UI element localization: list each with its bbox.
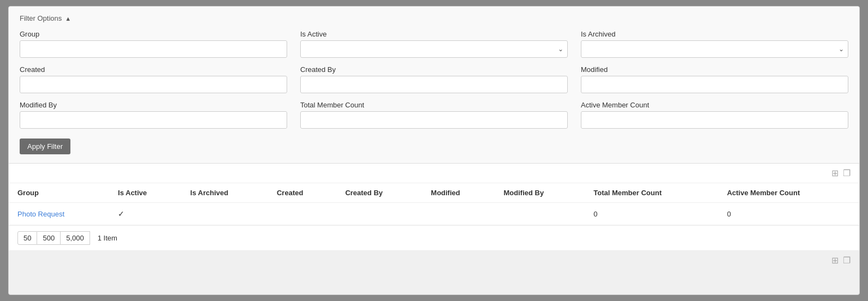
filter-row-1: Group Is Active Yes No ⌄ Is Archived xyxy=(20,30,848,58)
filter-field-activemembercount: Active Member Count xyxy=(581,101,848,129)
filter-field-isactive: Is Active Yes No ⌄ xyxy=(300,30,568,58)
checkmark-icon: ✓ xyxy=(118,209,124,218)
filter-header: Filter Options ▲ xyxy=(20,14,848,22)
filter-select-wrapper-isarchived: Yes No ⌄ xyxy=(581,40,848,58)
col-createdby: Created By xyxy=(336,183,422,203)
filter-field-group: Group xyxy=(20,30,287,58)
filter-row-3: Modified By Total Member Count Active Me… xyxy=(20,101,848,129)
col-activemembercount: Active Member Count xyxy=(718,183,859,203)
filter-field-modified: Modified xyxy=(581,65,848,93)
cell-created xyxy=(268,203,336,225)
filter-input-activemembercount[interactable] xyxy=(581,111,848,129)
filter-select-wrapper-isactive: Yes No ⌄ xyxy=(300,40,568,58)
filter-section: Filter Options ▲ Group Is Active Yes No … xyxy=(9,7,859,164)
col-modifiedby: Modified By xyxy=(495,183,585,203)
filter-field-totalmembercount: Total Member Count xyxy=(300,101,568,129)
cell-totalmembercount: 0 xyxy=(585,203,718,225)
cell-modified xyxy=(422,203,495,225)
col-created: Created xyxy=(268,183,336,203)
filter-input-createdby[interactable] xyxy=(300,76,568,93)
filter-select-isarchived[interactable]: Yes No xyxy=(581,40,848,58)
filter-options-label: Filter Options xyxy=(20,14,62,22)
filter-label-activemembercount: Active Member Count xyxy=(581,101,848,109)
copy-icon[interactable]: ❐ xyxy=(843,168,851,178)
filter-label-totalmembercount: Total Member Count xyxy=(300,101,568,109)
filter-collapse-icon[interactable]: ▲ xyxy=(65,15,71,22)
col-isactive: Is Active xyxy=(109,183,182,203)
filter-label-created: Created xyxy=(20,65,287,74)
col-group: Group xyxy=(9,183,109,203)
page-size-500[interactable]: 500 xyxy=(37,231,61,245)
col-isarchived: Is Archived xyxy=(182,183,268,203)
bottom-toolbar: ⊞ ❐ xyxy=(9,250,859,270)
filter-input-totalmembercount[interactable] xyxy=(300,111,568,129)
cell-isactive: ✓ xyxy=(109,203,182,225)
filter-label-modified: Modified xyxy=(581,65,848,74)
bottom-copy-icon[interactable]: ❐ xyxy=(843,255,851,266)
cell-activemembercount: 0 xyxy=(718,203,859,225)
grid-icon[interactable]: ⊞ xyxy=(831,168,839,178)
cell-isarchived xyxy=(182,203,268,225)
filter-row-2: Created Created By Modified xyxy=(20,65,848,93)
filter-label-modifiedby: Modified By xyxy=(20,101,287,109)
filter-label-isactive: Is Active xyxy=(300,30,568,38)
filter-input-created[interactable] xyxy=(20,76,287,93)
filter-label-group: Group xyxy=(20,30,287,38)
page-size-50[interactable]: 50 xyxy=(17,231,37,245)
filter-field-created: Created xyxy=(20,65,287,93)
filter-label-createdby: Created By xyxy=(300,65,568,74)
filter-input-modified[interactable] xyxy=(581,76,848,93)
table-row: Photo Request ✓ 0 0 xyxy=(9,203,859,225)
table-header: Group Is Active Is Archived Created Crea… xyxy=(9,183,859,203)
table-toolbar: ⊞ ❐ xyxy=(9,164,859,183)
filter-input-modifiedby[interactable] xyxy=(20,111,287,129)
col-modified: Modified xyxy=(422,183,495,203)
apply-filter-button[interactable]: Apply Filter xyxy=(20,139,70,154)
table-body: Photo Request ✓ 0 0 xyxy=(9,203,859,225)
bottom-grid-icon[interactable]: ⊞ xyxy=(831,255,839,266)
results-table: Group Is Active Is Archived Created Crea… xyxy=(9,183,859,225)
filter-select-isactive[interactable]: Yes No xyxy=(300,40,568,58)
table-section: ⊞ ❐ Group Is Active Is Archived Created … xyxy=(9,164,859,250)
cell-group[interactable]: Photo Request xyxy=(9,203,109,225)
filter-label-isarchived: Is Archived xyxy=(581,30,848,38)
filter-field-createdby: Created By xyxy=(300,65,568,93)
cell-createdby xyxy=(336,203,422,225)
page-size-5000[interactable]: 5,000 xyxy=(61,231,90,245)
item-count: 1 Item xyxy=(98,234,117,242)
filter-field-isarchived: Is Archived Yes No ⌄ xyxy=(581,30,848,58)
filter-field-modifiedby: Modified By xyxy=(20,101,287,129)
filter-input-group[interactable] xyxy=(20,40,287,58)
cell-modifiedby xyxy=(495,203,585,225)
col-totalmembercount: Total Member Count xyxy=(585,183,718,203)
pagination-bar: 50 500 5,000 1 Item xyxy=(9,225,859,250)
